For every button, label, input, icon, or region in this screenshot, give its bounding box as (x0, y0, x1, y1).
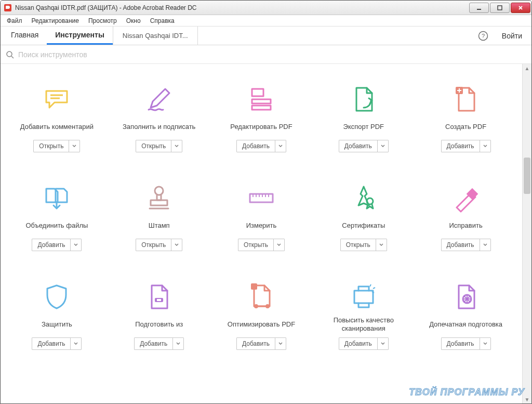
tool-action-button[interactable]: Добавить (441, 337, 491, 350)
search-icon (6, 50, 14, 59)
svg-rect-7 (252, 99, 271, 103)
tool-action-button[interactable]: Добавить (339, 140, 389, 152)
tool-preflight[interactable]: Допечатная подготовка Добавить (420, 282, 512, 350)
tool-action-button[interactable]: Открыть (238, 239, 285, 251)
tool-label: Подготовить из (135, 316, 183, 333)
chevron-down-icon[interactable] (480, 239, 490, 251)
chevron-down-icon[interactable] (273, 239, 284, 251)
chevron-down-icon[interactable] (480, 338, 490, 349)
tool-action-button[interactable]: Открыть (136, 140, 182, 152)
tool-action-button[interactable]: Добавить (134, 337, 184, 350)
tool-action-button[interactable]: Добавить (441, 239, 491, 251)
tool-action-label: Добавить (32, 239, 70, 251)
chevron-down-icon[interactable] (377, 338, 388, 349)
preflight-icon (451, 282, 481, 311)
menu-view[interactable]: Просмотр (84, 16, 121, 25)
document-tab[interactable]: Nissan Qashqai IDT... (113, 27, 198, 45)
tool-action-label: Открыть (238, 239, 273, 251)
svg-rect-16 (157, 299, 161, 301)
tool-label: Допечатная подготовка (429, 316, 502, 333)
scroll-up-arrow[interactable]: ▲ (523, 64, 531, 72)
window-controls (468, 3, 530, 13)
tool-action-button[interactable]: Открыть (136, 239, 182, 251)
menu-edit[interactable]: Редактирование (28, 16, 83, 25)
tools-grid: Добавить комментарий Открыть Заполнить и… (11, 85, 512, 350)
menu-help[interactable]: Справка (146, 16, 179, 25)
chevron-down-icon[interactable] (171, 140, 182, 152)
tool-action-button[interactable]: Открыть (33, 140, 80, 152)
tool-action-label: Добавить (442, 140, 480, 152)
tool-enhance-scan[interactable]: Повысить качество сканирования Добавить (317, 282, 409, 350)
minimize-button[interactable] (469, 3, 489, 13)
svg-rect-2 (498, 6, 502, 10)
maximize-button[interactable] (490, 3, 510, 13)
chevron-down-icon[interactable] (275, 140, 286, 152)
menu-bar: Файл Редактирование Просмотр Окно Справк… (1, 15, 531, 27)
chevron-down-icon[interactable] (171, 239, 182, 251)
vertical-scrollbar[interactable]: ▲ ▼ (522, 64, 531, 403)
tool-action-button[interactable]: Добавить (236, 337, 286, 350)
tool-label: Редактировать PDF (230, 118, 292, 136)
help-icon[interactable]: ? (478, 31, 488, 41)
tool-combine[interactable]: Объединить файлы Добавить (11, 184, 103, 251)
tool-certificates[interactable]: Сертификаты Открыть (317, 184, 409, 251)
app-window: Nissan Qashqai IDTR.pdf (ЗАЩИТА) - Adobe… (0, 0, 532, 404)
tool-measure[interactable]: Измерить Открыть (216, 184, 308, 251)
tab-home[interactable]: Главная (3, 27, 47, 45)
menu-window[interactable]: Окно (122, 16, 145, 25)
tool-edit-pdf[interactable]: Редактировать PDF Добавить (216, 85, 308, 152)
svg-point-5 (7, 51, 12, 57)
signin-link[interactable]: Войти (495, 32, 529, 40)
window-title: Nissan Qashqai IDTR.pdf (ЗАЩИТА) - Adobe… (15, 4, 468, 11)
tool-fill-sign[interactable]: Заполнить и подписать Открыть (113, 85, 205, 152)
ruler-icon (247, 184, 276, 213)
tool-action-label: Добавить (237, 140, 275, 152)
chevron-down-icon[interactable] (275, 338, 286, 349)
chevron-down-icon[interactable] (376, 239, 387, 251)
svg-rect-11 (151, 200, 167, 205)
tool-optimize[interactable]: Оптимизировать PDF Добавить (216, 282, 308, 350)
chevron-down-icon[interactable] (480, 140, 490, 152)
scroll-down-arrow[interactable]: ▼ (523, 395, 531, 403)
tool-redact[interactable]: Исправить Добавить (420, 184, 512, 251)
tool-action-button[interactable]: Открыть (340, 239, 387, 251)
tool-label: Повысить качество сканирования (317, 316, 409, 333)
tool-export-pdf[interactable]: Экспорт PDF Добавить (317, 85, 409, 152)
shield-icon (42, 282, 71, 311)
chevron-down-icon[interactable] (172, 338, 183, 349)
pencil-sign-icon (144, 85, 174, 114)
svg-rect-8 (252, 106, 271, 110)
enhance-scan-icon (349, 282, 378, 311)
menu-file[interactable]: Файл (3, 16, 26, 25)
tool-action-button[interactable]: Добавить (441, 140, 491, 152)
search-row (1, 45, 531, 64)
tool-action-button[interactable]: Добавить (339, 337, 389, 350)
tool-create-pdf[interactable]: Создать PDF Добавить (420, 85, 512, 152)
tool-action-label: Добавить (442, 239, 480, 251)
chevron-down-icon[interactable] (377, 140, 388, 152)
tool-prepare[interactable]: Подготовить из Добавить (113, 282, 205, 350)
tool-action-button[interactable]: Добавить (236, 140, 286, 152)
tool-comment[interactable]: Добавить комментарий Открыть (11, 85, 103, 152)
tool-action-label: Добавить (339, 338, 377, 349)
tool-protect[interactable]: Защитить Добавить (11, 282, 103, 350)
tool-label: Исправить (449, 217, 482, 234)
chevron-down-icon[interactable] (69, 140, 79, 152)
tool-label: Защитить (42, 316, 72, 333)
scroll-thumb[interactable] (524, 158, 530, 194)
tools-area: Добавить комментарий Открыть Заполнить и… (1, 64, 531, 403)
create-pdf-icon (451, 85, 481, 114)
search-input[interactable] (18, 50, 526, 59)
tools-canvas: Добавить комментарий Открыть Заполнить и… (1, 64, 522, 403)
combine-icon (42, 184, 71, 213)
chevron-down-icon[interactable] (70, 338, 81, 349)
tab-tools[interactable]: Инструменты (47, 27, 113, 45)
redact-icon (451, 184, 481, 213)
chevron-down-icon[interactable] (70, 239, 81, 251)
tool-action-button[interactable]: Добавить (32, 337, 82, 350)
tool-action-button[interactable]: Добавить (32, 239, 82, 251)
svg-rect-19 (251, 283, 257, 290)
tool-stamp[interactable]: Штамп Открыть (113, 184, 205, 251)
close-button[interactable] (511, 3, 530, 13)
tool-action-label: Добавить (339, 140, 377, 152)
